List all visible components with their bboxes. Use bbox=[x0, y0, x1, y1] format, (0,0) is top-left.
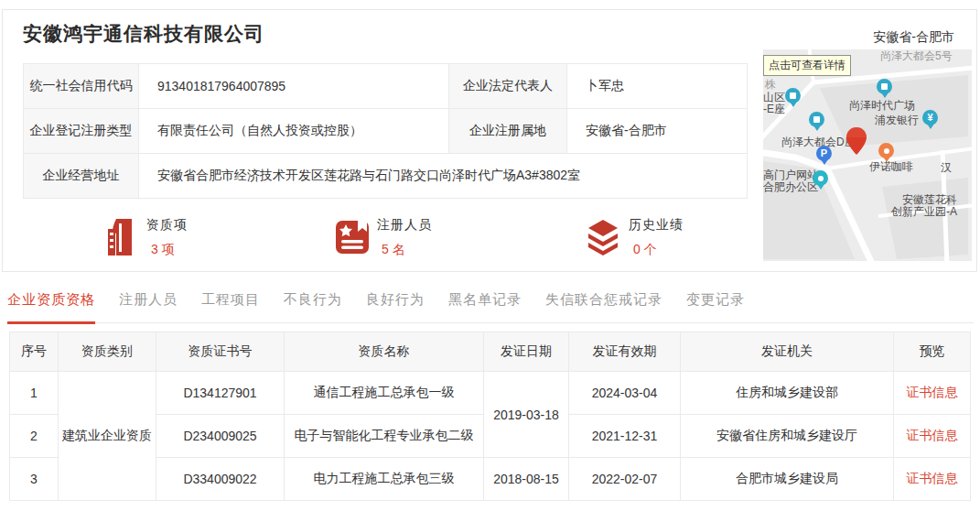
stat-text: 资质项 3 项 bbox=[146, 215, 188, 258]
map-tooltip: 点击可查看详情 bbox=[763, 55, 851, 76]
qualification-table: 序号 资质类别 资质证书号 资质名称 发证日期 发证有效期 发证机关 预览 1 … bbox=[9, 332, 971, 501]
certificate-info-link[interactable]: 证书信息 bbox=[907, 428, 958, 442]
info-row: 企业经营地址 安徽省合肥市经济技术开发区莲花路与石门路交口尚泽时代广场A3#38… bbox=[24, 154, 748, 199]
map-poi-label: 浦发银行 bbox=[875, 114, 919, 126]
column-header: 预览 bbox=[894, 332, 971, 372]
page-title: 安徽鸿宇通信科技有限公司 bbox=[23, 21, 264, 47]
coffee-glyph bbox=[884, 148, 889, 154]
info-label: 企业注册属地 bbox=[449, 109, 567, 154]
certificate-info-link[interactable]: 证书信息 bbox=[907, 471, 958, 485]
tab-dishonesty-records[interactable]: 失信联合惩戒记录 bbox=[545, 291, 662, 322]
stat-history-performance: 历史业绩 0 个 bbox=[586, 215, 684, 259]
info-value: 有限责任公司（自然人投资或控股） bbox=[139, 109, 449, 154]
map-location-pin-icon bbox=[846, 127, 867, 158]
cell-category: 建筑业企业资质 bbox=[59, 372, 156, 501]
cell-name: 电力工程施工总承包三级 bbox=[285, 458, 484, 501]
map-bank-marker: ¥ bbox=[922, 110, 938, 125]
tab-bad-behavior[interactable]: 不良行为 bbox=[284, 291, 342, 322]
building-glyph bbox=[790, 92, 796, 99]
info-value: 安徽省合肥市经济技术开发区莲花路与石门路交口尚泽时代广场A3#3802室 bbox=[139, 154, 748, 199]
map-poi-label: 创新产业园-A bbox=[891, 206, 957, 218]
certificate-book-icon bbox=[334, 215, 369, 259]
table-header-row: 序号 资质类别 资质证书号 资质名称 发证日期 发证有效期 发证机关 预览 bbox=[10, 332, 971, 372]
info-row: 统一社会信用代码 913401817964007895 企业法定代表人 卜军忠 bbox=[24, 64, 748, 109]
tab-engineering-projects[interactable]: 工程项目 bbox=[201, 291, 260, 322]
office-glyph bbox=[818, 176, 824, 181]
cell-cert-no: D334009022 bbox=[156, 458, 285, 501]
cell-cert-no: D134127901 bbox=[156, 372, 285, 415]
map-roads bbox=[763, 49, 972, 261]
tab-change-records[interactable]: 变更记录 bbox=[686, 291, 745, 322]
info-row: 企业登记注册类型 有限责任公司（自然人投资或控股） 企业注册属地 安徽省-合肥市 bbox=[24, 109, 748, 154]
map-poi-label: 伊诺咖啡 bbox=[869, 161, 913, 173]
cell-issue-date: 2019-03-18 bbox=[484, 372, 569, 458]
cell-authority: 住房和城乡建设部 bbox=[681, 372, 894, 415]
cell-authority: 安徽省住房和城乡建设厅 bbox=[681, 415, 894, 458]
map-building-marker bbox=[809, 112, 824, 127]
layers-icon bbox=[586, 215, 620, 259]
cell-issue-date: 2018-08-15 bbox=[484, 458, 569, 501]
map-poi-label: -E座 bbox=[763, 103, 785, 115]
info-value: 卜军忠 bbox=[567, 64, 748, 109]
cell-valid-until: 2024-03-04 bbox=[569, 372, 681, 415]
company-info-table: 统一社会信用代码 913401817964007895 企业法定代表人 卜军忠 … bbox=[23, 63, 748, 199]
column-header: 资质类别 bbox=[59, 332, 156, 372]
stat-value: 0 个 bbox=[629, 242, 684, 258]
stat-label: 注册人员 bbox=[377, 217, 432, 234]
info-value: 安徽省-合肥市 bbox=[567, 109, 748, 154]
map-coffee-marker bbox=[878, 143, 894, 158]
cell-name: 通信工程施工总承包一级 bbox=[285, 372, 484, 415]
stat-registered-personnel: 注册人员 5 名 bbox=[334, 215, 432, 259]
column-header: 发证日期 bbox=[484, 332, 569, 372]
info-label: 企业法定代表人 bbox=[449, 64, 567, 109]
table-row: 1 建筑业企业资质 D134127901 通信工程施工总承包一级 2019-03… bbox=[10, 372, 971, 415]
building-glyph bbox=[881, 83, 888, 90]
column-header: 资质名称 bbox=[285, 332, 484, 372]
map-poi-label: 尚泽大都会5号 bbox=[880, 50, 953, 62]
info-label: 企业登记注册类型 bbox=[24, 109, 139, 154]
tab-good-behavior[interactable]: 良好行为 bbox=[366, 291, 425, 322]
map-building-marker bbox=[877, 79, 892, 94]
column-header: 资质证书号 bbox=[156, 332, 285, 372]
certificate-info-link[interactable]: 证书信息 bbox=[907, 385, 958, 399]
info-label: 企业经营地址 bbox=[24, 154, 139, 199]
map-poi-label: 汉 bbox=[941, 162, 952, 174]
company-location-map[interactable]: 尚泽大都会5号 株 山区 -E座 尚泽时代广场 浦发银行 尚泽大都会D座 伊诺咖… bbox=[763, 49, 972, 261]
map-poi-label: 合肥办公区 bbox=[763, 181, 818, 193]
map-poi-label: 株 bbox=[765, 79, 776, 91]
stat-text: 注册人员 5 名 bbox=[377, 215, 432, 258]
info-value: 913401817964007895 bbox=[139, 64, 449, 109]
building-glyph bbox=[813, 116, 820, 123]
stat-label: 资质项 bbox=[146, 217, 188, 234]
stat-text: 历史业绩 0 个 bbox=[629, 215, 684, 258]
column-header: 序号 bbox=[10, 332, 59, 372]
cell-valid-until: 2022-02-07 bbox=[569, 458, 681, 501]
cell-cert-no: D234009025 bbox=[156, 415, 285, 458]
tab-bar: 企业资质资格 注册人员 工程项目 不良行为 良好行为 黑名单记录 失信联合惩戒记… bbox=[7, 291, 974, 323]
cell-valid-until: 2021-12-31 bbox=[569, 415, 681, 458]
column-header: 发证有效期 bbox=[569, 332, 681, 372]
cell-preview: 证书信息 bbox=[894, 415, 971, 458]
stat-qualifications: 资质项 3 项 bbox=[103, 215, 188, 259]
map-building-marker bbox=[785, 88, 801, 103]
tab-blacklist-records[interactable]: 黑名单记录 bbox=[448, 291, 522, 322]
info-label: 统一社会信用代码 bbox=[24, 64, 139, 109]
cell-no: 2 bbox=[10, 415, 59, 458]
map-parking-marker: P bbox=[816, 146, 832, 161]
stat-value: 3 项 bbox=[146, 242, 188, 258]
cell-preview: 证书信息 bbox=[894, 458, 971, 501]
building-icon bbox=[103, 215, 138, 259]
column-header: 发证机关 bbox=[681, 332, 894, 372]
company-region: 安徽省-合肥市 bbox=[873, 29, 954, 46]
tab-registered-personnel[interactable]: 注册人员 bbox=[119, 291, 178, 322]
parking-glyph: P bbox=[821, 148, 827, 158]
stat-label: 历史业绩 bbox=[629, 217, 684, 234]
cell-preview: 证书信息 bbox=[894, 372, 971, 415]
map-office-marker bbox=[813, 170, 828, 186]
cell-authority: 合肥市城乡建设局 bbox=[681, 458, 894, 501]
cell-no: 3 bbox=[10, 458, 59, 501]
stat-value: 5 名 bbox=[377, 242, 432, 258]
tab-enterprise-qualifications[interactable]: 企业资质资格 bbox=[7, 291, 95, 324]
cell-no: 1 bbox=[10, 372, 59, 415]
cell-name: 电子与智能化工程专业承包二级 bbox=[285, 415, 484, 458]
